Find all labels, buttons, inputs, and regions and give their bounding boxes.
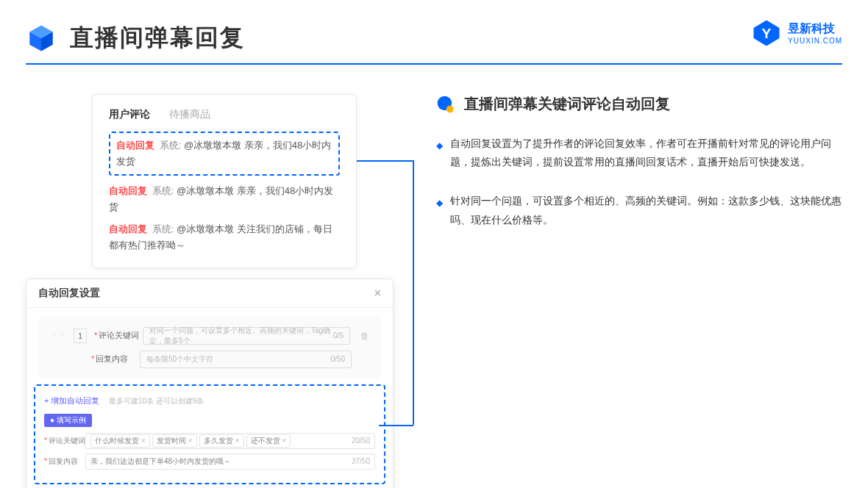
cube-icon [26,23,57,54]
svg-text:Y: Y [762,26,772,41]
tag-list: 什么时候发货×发货时间×多久发货×还不发货× [90,434,293,448]
placeholder-text: 对同一个问题，可设置多个相近、高频的关键词，Tag确定，最多5个 [149,326,333,346]
auto-reply-tag: 自动回复 [109,185,147,196]
comment-row: 自动回复 系统: @冰墩墩本墩 亲亲，我们48小时内发货 [116,137,332,170]
diamond-icon: ◆ [436,195,443,229]
add-hint: 最多可建10条 还可以创建9条 [109,397,204,405]
brand-name-cn: 昱新科技 [788,21,842,37]
section-title: 直播间弹幕关键词评论自动回复 [464,94,670,114]
close-icon[interactable]: × [374,287,381,300]
row-number: 1 [74,329,87,343]
example-content-row: *回复内容 亲，我们这边都是下单48小时内发货的哦～ 37/50 [44,453,375,470]
example-content-box: 亲，我们这边都是下单48小时内发货的哦～ 37/50 [85,453,375,470]
settings-modal: 自动回复设置 × ⋮⋮ 1 *评论关键词 对同一个问题，可设置多个相近、高频的关… [26,279,394,488]
diamond-icon: ◆ [436,138,443,171]
tag-remove-icon[interactable]: × [188,437,193,445]
bullet-item: ◆ 针对同一个问题，可设置多个相近的、高频的关键词。例如：这款多少钱、这块能优惠… [436,192,842,229]
modal-title: 自动回复设置 [38,287,100,300]
field-label: *评论关键词 [94,330,135,341]
char-counter: 0/50 [331,355,345,363]
field-label: *回复内容 [91,354,132,365]
system-label: 系统: [160,140,182,151]
trash-icon[interactable]: 🗑 [360,331,369,341]
keyword-tag: 发货时间× [152,434,197,448]
example-content-text: 亲，我们这边都是下单48小时内发货的哦～ [90,456,231,467]
page-header: 直播间弹幕回复 [0,0,868,63]
comment-row: 自动回复 系统: @冰墩墩本墩 亲亲，我们48小时内发货 [109,183,340,215]
example-badge: ● 填写示例 [44,414,92,427]
form-row-content: *回复内容 每条限50个中文字符 0/50 [38,348,381,371]
field-label: 回复内容 [49,457,78,465]
bullet-text: 自动回复设置为了提升作者的评论回复效率，作者可在开播前针对常见的评论用户问题，提… [450,134,842,171]
brand-icon: Y [751,18,782,49]
keyword-tag: 多久发货× [199,434,244,448]
example-keyword-box: 什么时候发货×发货时间×多久发货×还不发货× 20/50 [85,433,375,449]
left-illustration: 用户评论 待播商品 自动回复 系统: @冰墩墩本墩 亲亲，我们48小时内发货 自… [26,94,401,488]
right-description: 直播间弹幕关键词评论自动回复 ◆ 自动回复设置为了提升作者的评论回复效率，作者可… [436,94,842,488]
example-highlight: + 增加自动回复 最多可建10条 还可以创建9条 ● 填写示例 *评论关键词 什… [34,384,385,484]
add-auto-reply-link[interactable]: + 增加自动回复 [44,396,99,405]
section-heading: 直播间弹幕关键词评论自动回复 [436,94,842,114]
svg-point-6 [447,105,454,112]
char-counter: 0/5 [333,331,344,340]
system-label: 系统: [152,185,174,196]
keyword-tag: 什么时候发货× [90,434,150,448]
connector-line [357,160,414,162]
brand-logo: Y 昱新科技 YUUXIN.COM [751,18,842,49]
keyword-input[interactable]: 对同一个问题，可设置多个相近、高频的关键词，Tag确定，最多5个 0/5 [143,327,350,345]
page-title: 直播间弹幕回复 [70,22,245,54]
bullet-text: 针对同一个问题，可设置多个相近的、高频的关键词。例如：这款多少钱、这块能优惠吗、… [450,192,842,229]
example-keyword-row: *评论关键词 什么时候发货×发货时间×多久发货×还不发货× 20/50 [44,433,375,449]
bullet-item: ◆ 自动回复设置为了提升作者的评论回复效率，作者可在开播前针对常见的评论用户问题… [436,134,842,171]
tabs: 用户评论 待播商品 [109,108,340,121]
char-counter: 37/50 [352,457,370,465]
keyword-tag: 还不发货× [246,434,291,448]
tab-pending-products[interactable]: 待播商品 [169,108,210,121]
brand-name-en: YUUXIN.COM [788,37,842,45]
comments-panel: 用户评论 待播商品 自动回复 系统: @冰墩墩本墩 亲亲，我们48小时内发货 自… [92,94,357,268]
form-row-keyword: ⋮⋮ 1 *评论关键词 对同一个问题，可设置多个相近、高频的关键词，Tag确定，… [38,324,381,348]
tag-remove-icon[interactable]: × [282,437,287,445]
field-label: 评论关键词 [49,437,85,445]
chat-bubble-icon [436,95,455,114]
drag-handle-icon[interactable]: ⋮⋮ [50,331,66,340]
auto-reply-tag: 自动回复 [116,140,154,151]
comment-row: 自动回复 系统: @冰墩墩本墩 关注我们的店铺，每日都有热门推荐呦～ [109,221,340,254]
connector-line [413,160,414,425]
system-label: 系统: [152,223,174,234]
auto-reply-tag: 自动回复 [109,223,147,234]
tab-user-comments[interactable]: 用户评论 [109,108,150,121]
modal-header: 自动回复设置 × [26,279,393,308]
tag-remove-icon[interactable]: × [235,437,240,445]
placeholder-text: 每条限50个中文字符 [146,354,213,365]
tag-remove-icon[interactable]: × [141,437,146,445]
highlighted-comment: 自动回复 系统: @冰墩墩本墩 亲亲，我们48小时内发货 [109,132,340,176]
char-counter: 20/50 [352,437,370,445]
content-input[interactable]: 每条限50个中文字符 0/50 [140,351,352,368]
